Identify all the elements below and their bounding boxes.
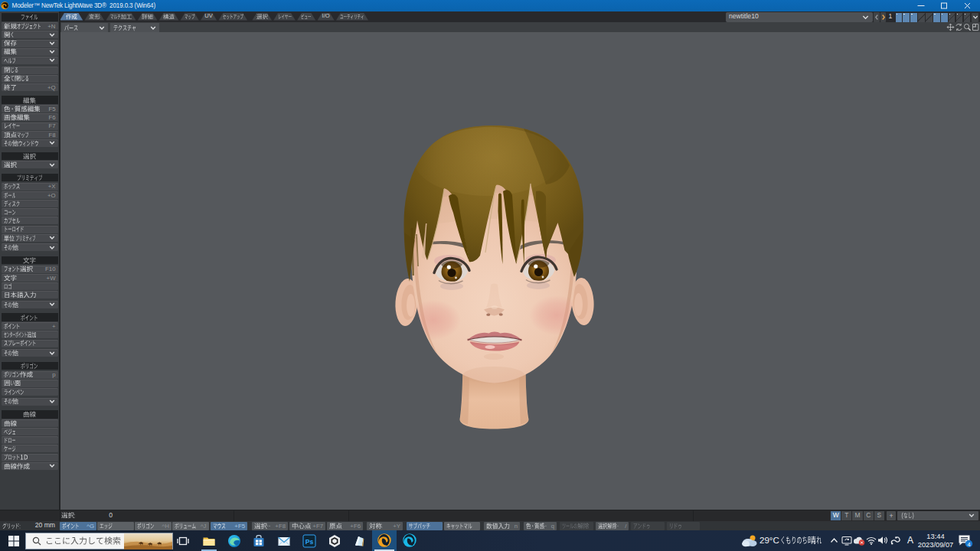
svg-text:Ps: Ps bbox=[305, 537, 314, 545]
svg-text:4: 4 bbox=[967, 541, 970, 548]
